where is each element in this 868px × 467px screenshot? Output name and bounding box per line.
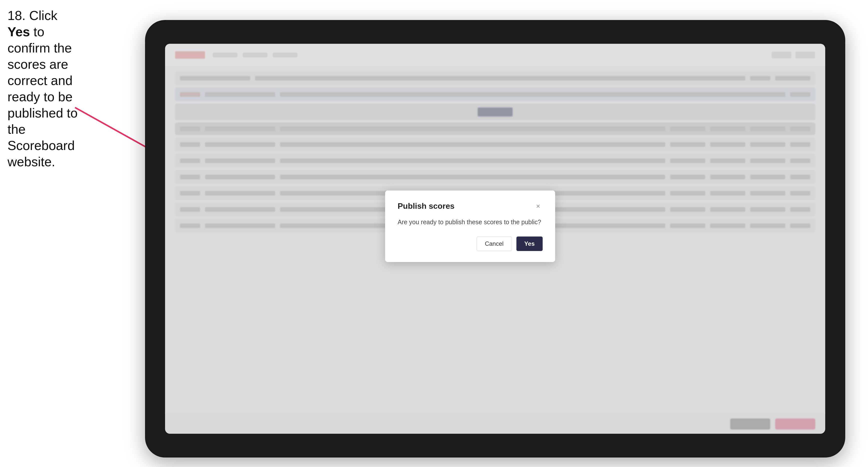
- modal-footer: Cancel Yes: [398, 237, 542, 251]
- step-number: 18.: [7, 8, 26, 23]
- instruction-before-bold: Click: [26, 8, 57, 23]
- modal-body-text: Are you ready to publish these scores to…: [398, 218, 542, 226]
- modal-close-button[interactable]: ×: [534, 202, 542, 211]
- modal-overlay: Publish scores × Are you ready to publis…: [165, 44, 825, 434]
- tablet-screen: Publish scores × Are you ready to publis…: [165, 44, 825, 434]
- modal-header: Publish scores ×: [398, 201, 542, 211]
- cancel-button[interactable]: Cancel: [477, 237, 512, 251]
- instruction-text: 18. Click Yes to confirm the scores are …: [7, 7, 80, 170]
- yes-button[interactable]: Yes: [517, 237, 542, 251]
- modal-title: Publish scores: [398, 201, 455, 211]
- tablet: Publish scores × Are you ready to publis…: [145, 20, 845, 458]
- instruction-after: to confirm the scores are correct and re…: [7, 25, 78, 169]
- publish-scores-modal: Publish scores × Are you ready to publis…: [385, 190, 555, 262]
- instruction-bold: Yes: [7, 25, 30, 39]
